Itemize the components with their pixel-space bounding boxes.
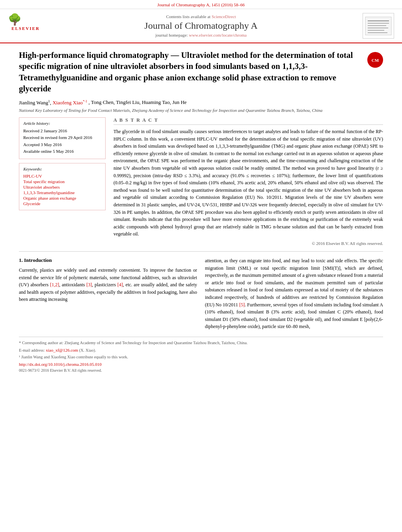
keyword-2[interactable]: Total specific migration: [23, 179, 101, 184]
article-title: High-performance liquid chromatography —…: [19, 50, 363, 94]
journal-top-bar: Journal of Chromatography A, 1451 (2016)…: [0, 0, 402, 9]
svg-text:CM: CM: [372, 58, 379, 63]
header-band: 🌳 ELSEVIER Contents lists available at S…: [0, 9, 402, 43]
homepage-prefix: journal homepage:: [155, 33, 189, 37]
ref-1-2[interactable]: [1,2]: [50, 282, 59, 287]
ref-4[interactable]: [4]: [117, 282, 123, 287]
journal-title-header: Journal of Chromatography A: [47, 20, 355, 31]
sciencedirect-anchor[interactable]: ScienceDirect: [212, 14, 236, 19]
intro-right-text: attention, as they can migrate into food…: [205, 257, 383, 330]
crossmark-badge[interactable]: CM: [367, 52, 383, 68]
info-accepted: Accepted 3 May 2016: [23, 142, 101, 148]
footnote-section: * Corresponding author at: Zhejiang Acad…: [19, 337, 383, 373]
body-left: 1. Introduction Currently, plastics are …: [19, 257, 197, 330]
sciencedirect-link: Contents lists available at ScienceDirec…: [47, 14, 355, 19]
issn-line: 0021-9673/© 2016 Elsevier B.V. All right…: [19, 368, 383, 373]
info-available: Available online 5 May 2016: [23, 148, 101, 154]
two-col-section: Article history: Received 2 January 2016…: [19, 117, 383, 246]
affiliation: National Key Laboratory of Testing for F…: [19, 108, 383, 113]
ref-5[interactable]: [5]: [239, 302, 245, 308]
author-jianling: Jianling Wang1,: [19, 100, 52, 106]
body-right: attention, as they can migrate into food…: [205, 257, 383, 330]
footnote-email: E-mail address: xiao_xf@126.com (X. Xiao…: [19, 347, 383, 354]
footnote-corresponding: * Corresponding author at: Zhejiang Acad…: [19, 340, 383, 346]
journal-citation: Journal of Chromatography A, 1451 (2016)…: [157, 2, 245, 7]
homepage-link[interactable]: www.elsevier.com/locate/chroma: [189, 33, 247, 37]
intro-left-text: Currently, plastics are widely used and …: [19, 267, 197, 303]
section-number: 1.: [19, 257, 23, 263]
right-logo-box: [363, 13, 394, 39]
header-logo-right: [355, 13, 394, 39]
section-title-text: Introduction: [24, 257, 52, 263]
elsevier-logo-box: 🌳 ELSEVIER: [8, 14, 43, 38]
article-info-title: Article history:: [23, 121, 101, 126]
elsevier-logo: 🌳 ELSEVIER: [8, 14, 47, 38]
doi-line: http://dx.doi.org/10.1016/j.chroma.2016.…: [19, 362, 383, 367]
ref-3[interactable]: [3]: [86, 282, 92, 287]
keyword-4[interactable]: 1,1,3,3-Tetramethylguanidine: [23, 190, 101, 195]
info-received: Received 2 January 2016: [23, 128, 101, 134]
info-revised: Received in revised form 29 April 2016: [23, 135, 101, 141]
journal-homepage: journal homepage: www.elsevier.com/locat…: [47, 33, 355, 37]
elsevier-label: ELSEVIER: [8, 26, 43, 31]
right-logo-svg: [365, 16, 392, 36]
authors-line: Jianling Wang1, Xiaofeng Xiao*·1 , Tong …: [19, 99, 383, 106]
body-two-col: 1. Introduction Currently, plastics are …: [19, 257, 383, 330]
doi-link[interactable]: http://dx.doi.org/10.1016/j.chroma.2016.…: [19, 362, 102, 367]
keyword-3[interactable]: Ultraviolet absorbers: [23, 185, 101, 189]
keyword-1[interactable]: HPLC-UV: [23, 174, 101, 178]
abstract-header: A B S T R A C T: [114, 117, 383, 125]
article-info-box: Article history: Received 2 January 2016…: [19, 117, 106, 159]
footnote-1: ¹ Jianlin Wang and Xiaofeng Xiao contrib…: [19, 354, 383, 360]
keyword-6[interactable]: Glyceride: [23, 201, 101, 206]
author-rest: , Tong Chen, Tingfei Liu, Huaming Tao, J…: [89, 100, 187, 106]
section-divider: [19, 251, 383, 252]
elsevier-tree-icon: 🌳: [8, 14, 43, 25]
crossmark-icon: CM: [369, 54, 381, 66]
keyword-5[interactable]: Organic phase anion exchange: [23, 196, 101, 200]
intro-title: 1. Introduction: [19, 257, 197, 263]
header-center: Contents lists available at ScienceDirec…: [47, 14, 355, 37]
copyright-line: © 2016 Elsevier B.V. All rights reserved…: [114, 241, 383, 246]
author-xiaofeng: Xiaofeng Xiao*·1: [52, 100, 87, 106]
right-col: A B S T R A C T The glyceride in oil foo…: [114, 117, 383, 246]
abstract-text: The glyceride in oil food simulant usual…: [114, 128, 383, 238]
article-title-section: High-performance liquid chromatography —…: [19, 50, 383, 94]
sciencedirect-prefix: Contents lists available at: [166, 14, 211, 19]
keywords-title: Keywords:: [23, 167, 101, 171]
left-col: Article history: Received 2 January 2016…: [19, 117, 106, 246]
main-content: High-performance liquid chromatography —…: [0, 43, 402, 379]
email-link[interactable]: xiao_xf@126.com: [46, 348, 78, 352]
svg-rect-0: [365, 17, 391, 35]
keywords-box: Keywords: HPLC-UV Total specific migrati…: [19, 163, 106, 210]
